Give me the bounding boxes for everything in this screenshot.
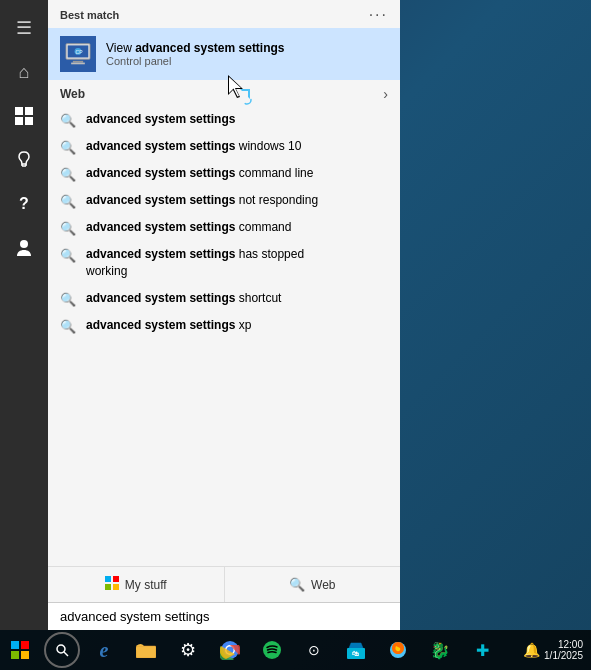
search-result-text: advanced system settings command line	[86, 165, 313, 182]
svg-rect-11	[71, 63, 85, 65]
svg-rect-23	[136, 648, 146, 650]
svg-rect-15	[113, 576, 119, 582]
web-tab[interactable]: 🔍 Web	[225, 567, 401, 602]
svg-rect-2	[15, 117, 23, 125]
svg-rect-16	[105, 584, 111, 590]
notification-icon[interactable]: 🔔	[523, 642, 540, 658]
spotify-taskbar-icon[interactable]	[252, 630, 292, 670]
search-result-item[interactable]: 🔍 advanced system settings command	[48, 214, 400, 241]
search-result-item[interactable]: 🔍 advanced system settings shortcut	[48, 285, 400, 312]
taskbar: e ⚙	[0, 630, 591, 670]
search-result-text: advanced system settings shortcut	[86, 290, 281, 307]
search-panel-bottom-tabs: My stuff 🔍 Web	[48, 566, 400, 602]
my-stuff-label: My stuff	[125, 578, 167, 592]
windows-logo-icon	[11, 641, 29, 659]
svg-text:🛍: 🛍	[352, 650, 359, 657]
search-result-icon: 🔍	[60, 113, 76, 128]
my-stuff-tab[interactable]: My stuff	[48, 567, 225, 602]
unknown1-taskbar-icon[interactable]: ⊙	[294, 630, 334, 670]
best-match-sublabel: Control panel	[106, 55, 285, 67]
search-result-text: advanced system settings not responding	[86, 192, 318, 209]
search-result-item[interactable]: 🔍 advanced system settings xp	[48, 312, 400, 339]
svg-rect-3	[25, 117, 33, 125]
search-result-item[interactable]: 🔍 advanced system settings windows 10	[48, 133, 400, 160]
search-panel: Best match ··· CP View advanced system s…	[48, 0, 400, 630]
web-tab-label: Web	[311, 578, 335, 592]
search-result-item[interactable]: 🔍 advanced system settings	[48, 106, 400, 133]
chrome-taskbar-icon[interactable]	[210, 630, 250, 670]
store-taskbar-icon[interactable]: 🛍	[336, 630, 376, 670]
apps-sidebar-icon[interactable]	[4, 96, 44, 136]
unknown2-taskbar-icon[interactable]: ✚	[462, 630, 502, 670]
search-result-item[interactable]: 🔍 advanced system settings not respondin…	[48, 187, 400, 214]
search-result-icon: 🔍	[60, 292, 76, 307]
search-result-icon: 🔍	[60, 167, 76, 182]
svg-point-19	[57, 645, 65, 653]
best-match-header: Best match ···	[48, 0, 400, 28]
search-result-text: advanced system settings xp	[86, 317, 251, 334]
web-section-title: Web	[60, 87, 85, 101]
search-input-bar[interactable]: advanced system settings	[48, 602, 400, 630]
search-result-icon: 🔍	[60, 140, 76, 155]
web-section-header[interactable]: Web ›	[48, 80, 400, 106]
results-spacer	[48, 339, 400, 566]
search-result-text: advanced system settings command	[86, 219, 291, 236]
search-result-item[interactable]: 🔍 advanced system settings has stoppedwo…	[48, 241, 400, 285]
file-explorer-taskbar-icon[interactable]	[126, 630, 166, 670]
start-button[interactable]	[0, 630, 40, 670]
search-result-text: advanced system settings	[86, 111, 235, 128]
svg-rect-0	[15, 107, 23, 115]
dragon-taskbar-icon[interactable]: 🐉	[420, 630, 460, 670]
hamburger-menu-icon[interactable]: ☰	[4, 8, 44, 48]
svg-rect-14	[105, 576, 111, 582]
taskbar-icons: e ⚙	[84, 630, 502, 670]
home-sidebar-icon[interactable]: ⌂	[4, 52, 44, 92]
svg-rect-21	[136, 646, 156, 658]
svg-line-20	[64, 652, 68, 656]
best-match-options-button[interactable]: ···	[369, 6, 388, 24]
lightbulb-sidebar-icon[interactable]	[4, 140, 44, 180]
search-result-icon: 🔍	[60, 248, 76, 263]
web-search-icon: 🔍	[289, 577, 305, 592]
search-result-text: advanced system settings windows 10	[86, 138, 301, 155]
web-section-arrow-icon[interactable]: ›	[383, 86, 388, 102]
user-sidebar-icon[interactable]	[4, 228, 44, 268]
best-match-text-container: View advanced system settings Control pa…	[106, 41, 285, 67]
start-menu-sidebar: ☰ ⌂ ?	[0, 0, 48, 630]
svg-rect-10	[73, 61, 83, 63]
control-panel-icon: CP	[60, 36, 96, 72]
svg-rect-17	[113, 584, 119, 590]
edge-taskbar-icon[interactable]: e	[84, 630, 124, 670]
search-result-icon: 🔍	[60, 319, 76, 334]
svg-point-7	[20, 240, 28, 248]
settings-taskbar-icon[interactable]: ⚙	[168, 630, 208, 670]
firefox-taskbar-icon[interactable]	[378, 630, 418, 670]
search-result-icon: 🔍	[60, 194, 76, 209]
svg-text:CP: CP	[75, 49, 83, 55]
search-input-display[interactable]: advanced system settings	[60, 609, 388, 624]
my-stuff-icon	[105, 576, 119, 593]
search-result-text: advanced system settings has stoppedwork…	[86, 246, 304, 280]
svg-point-27	[263, 641, 281, 659]
question-sidebar-icon[interactable]: ?	[4, 184, 44, 224]
time-display: 12:001/1/2025	[544, 639, 583, 661]
best-match-label: View advanced system settings	[106, 41, 285, 55]
cortana-search-button[interactable]	[44, 632, 80, 668]
svg-rect-1	[25, 107, 33, 115]
best-match-result-item[interactable]: CP View advanced system settings Control…	[48, 28, 400, 80]
search-result-icon: 🔍	[60, 221, 76, 236]
best-match-title: Best match	[60, 9, 119, 21]
search-result-item[interactable]: 🔍 advanced system settings command line	[48, 160, 400, 187]
taskbar-right-area: 🔔 12:001/1/2025	[523, 639, 591, 661]
